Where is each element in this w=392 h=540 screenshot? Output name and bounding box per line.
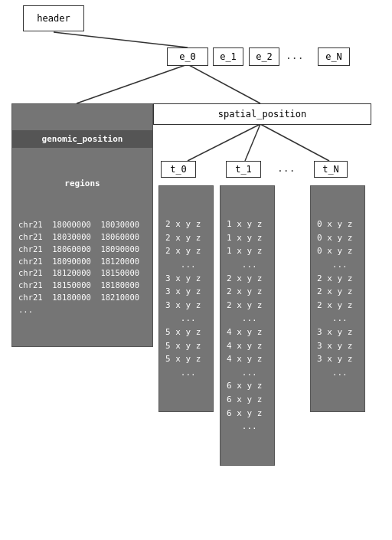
genomic-row: chr21 18090000 18120000: [18, 256, 146, 268]
spatial-position-box: spatial_position: [153, 103, 371, 125]
genomic-subtitle: regions: [18, 177, 146, 190]
tN-box: t_N: [314, 161, 348, 178]
t1-data: 1 x y z 1 x y z 1 x y z ... 2 x y z 2 x …: [220, 185, 275, 466]
t1-data-content: 1 x y z 1 x y z 1 x y z ... 2 x y z 2 x …: [227, 218, 268, 434]
svg-line-0: [54, 32, 188, 47]
e2-label: e_2: [256, 51, 273, 62]
e1-box: e_1: [213, 47, 243, 66]
eN-label: e_N: [325, 51, 342, 62]
svg-line-3: [188, 124, 260, 161]
t1-box: t_1: [226, 161, 261, 178]
tN-data-content: 0 x y z 0 x y z 0 x y z ... 2 x y z 2 x …: [317, 218, 358, 379]
svg-line-2: [188, 64, 260, 103]
t0-label: t_0: [170, 164, 187, 175]
genomic-row: chr21 18060000 18090000: [18, 244, 146, 256]
t1-label: t_1: [235, 164, 252, 175]
header-label: header: [37, 13, 70, 24]
t0-box: t_0: [161, 161, 196, 178]
genomic-rows: chr21 18000000 18030000chr21 18030000 18…: [18, 219, 146, 316]
genomic-position-box: genomic_position regions chr21 18000000 …: [11, 103, 153, 347]
genomic-row: ...: [18, 304, 146, 316]
genomic-row: chr21 18180000 18210000: [18, 292, 146, 304]
e1-label: e_1: [220, 51, 237, 62]
ellipsis-t: ...: [277, 162, 295, 174]
genomic-row: chr21 18030000 18060000: [18, 231, 146, 244]
diagram: header e_0 e_1 e_2 e_N ... genomic_posit…: [0, 0, 392, 540]
ellipsis-e: ...: [286, 50, 303, 61]
tN-data: 0 x y z 0 x y z 0 x y z ... 2 x y z 2 x …: [310, 185, 365, 412]
e2-box: e_2: [249, 47, 279, 66]
e0-box: e_0: [167, 47, 208, 66]
genomic-title: genomic_position: [12, 130, 152, 148]
genomic-row: chr21 18150000 18180000: [18, 280, 146, 292]
svg-line-4: [245, 124, 260, 161]
t0-data: 2 x y z 2 x y z 2 x y z ... 3 x y z 3 x …: [158, 185, 214, 412]
tN-label: t_N: [322, 164, 339, 175]
eN-box: e_N: [318, 47, 350, 66]
svg-line-1: [77, 64, 188, 103]
genomic-row: chr21 18000000 18030000: [18, 219, 146, 231]
header-box: header: [23, 5, 84, 31]
genomic-row: chr21 18120000 18150000: [18, 267, 146, 280]
spatial-title: spatial_position: [218, 109, 307, 119]
e0-label: e_0: [179, 51, 196, 62]
svg-line-5: [260, 124, 329, 161]
t0-data-content: 2 x y z 2 x y z 2 x y z ... 3 x y z 3 x …: [165, 218, 207, 379]
